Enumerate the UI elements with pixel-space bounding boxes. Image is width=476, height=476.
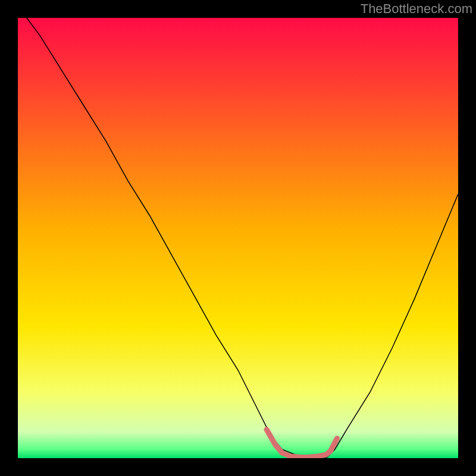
watermark-text: TheBottleneck.com: [361, 1, 472, 17]
plot-area: [18, 18, 458, 458]
bottleneck-chart-svg: [18, 18, 458, 458]
gradient-background: [18, 18, 458, 458]
chart-frame: TheBottleneck.com: [0, 0, 476, 476]
